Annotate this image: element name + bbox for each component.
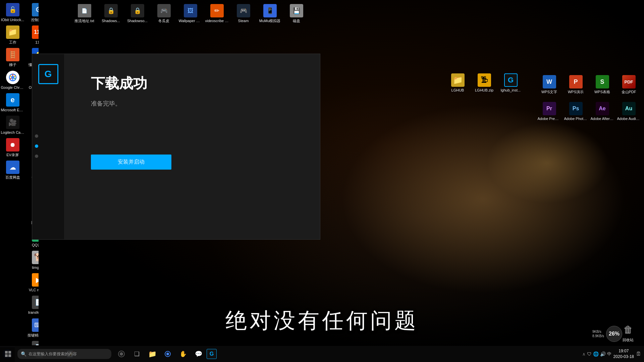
installer-logo: G [35,61,62,87]
installer-steps [32,94,64,158]
systray-network[interactable]: 🌐 [593,351,599,357]
installer-main-content: 下载成功 准备完毕。 安装并启动 [64,54,320,239]
icon-ev-screen[interactable]: ⏺ EV录屏 [0,137,25,159]
icon-adobe-ae[interactable]: Ae Adobe After Effects CC... [590,101,615,122]
taskbar-ghub[interactable]: G [207,349,217,359]
icon-lghub-installer[interactable]: G lghub_inst... [498,72,523,94]
icon-wps-excel[interactable]: S WPS表格 [590,74,615,96]
icon-steam[interactable]: 🎮 Steam [231,3,256,24]
icon-disk[interactable]: 💾 磁盘 [284,3,309,24]
taskbar-search-bar[interactable]: 🔍 在这里输入你要搜索的内容 [17,349,111,359]
icon-wps-word[interactable]: W WPS文字 [537,74,562,96]
icon-tuizhi-txt[interactable]: 📄 推流地址.txt [72,3,97,24]
icon-logitech-capture[interactable]: 🎥 Logitech Capture [0,114,25,136]
installer-dialog: G 下载成功 准备完毕。 安装并启动 [32,54,320,240]
clock-time: 19:07 [619,348,629,354]
icon-donggua[interactable]: 🎮 冬瓜皮 [151,3,176,24]
icon-shadowsocks2[interactable]: 🔒 Shadowso... [125,3,150,24]
icon-google-chrome[interactable]: Google Chrome [0,69,25,91]
icon-adobe-ps[interactable]: Ps Adobe Photosho... [563,101,588,122]
search-icon: 🔍 [21,351,26,357]
step-3 [35,155,61,158]
taskbar-quick-icons: ❑ 📁 ✋ 💬 G [114,347,217,361]
network-speed-indicator: 9KB/s 8.9KB/s [592,329,604,338]
step-dot-3 [35,155,38,158]
step-1 [35,134,61,138]
systray-show-hidden[interactable]: ∧ [582,352,586,357]
systray-icons: ∧ 🛡 🌐 🔊 中 [582,351,611,357]
cpu-usage-badge: 26% [606,326,622,342]
svg-point-7 [120,352,123,356]
icon-control-panel[interactable]: ⚙ 控制面板 [26,2,39,23]
installer-title: 下载成功 [91,74,147,93]
icon-videoscribe[interactable]: ✏ videoscribe 中文汉化版 [204,3,229,24]
systray-volume[interactable]: 🔊 [600,351,606,357]
icon-wps-ppt[interactable]: P WPS演示 [563,74,588,96]
icon-transfer[interactable]: 📄 transfer_lo... [26,294,39,316]
icon-work[interactable]: 📁 工作 [0,24,25,46]
taskbar-cortana[interactable] [114,347,129,361]
icon-shadowsocks1[interactable]: 🔒 Shadows... [98,3,123,24]
logi-g-logo: G [38,64,58,84]
icon-gui-config[interactable]: 📄 gui-config... [26,340,39,345]
icon-wallpaper-engine[interactable]: 🖼 Wallpaper Engine [178,3,203,24]
installer-sidebar: G [32,54,64,239]
icon-iobit-unlocker[interactable]: 🔓 IObit Unlock... [0,2,25,23]
icon-mumu[interactable]: 📱 MuMu模拟器 [257,3,282,24]
icon-ms-edge[interactable]: e Microsoft Edge [0,92,25,114]
clock-date: 2020-03-18 [613,354,634,360]
svg-point-9 [166,353,169,355]
taskbar-task-view[interactable]: ❑ [129,347,144,361]
clock[interactable]: 19:07 2020-03-18 [613,348,634,360]
systray-antivirus[interactable]: 🛡 [587,351,592,357]
icon-adobe-pr[interactable]: Pr Adobe Premiere P... [537,101,562,122]
icon-wps-pdf[interactable]: PDF 金山PDF [616,74,641,96]
taskbar-chrome[interactable] [160,347,175,361]
icon-vlc[interactable]: ▶ VLC m play [26,272,39,294]
icon-adobe-au[interactable]: Au Adobe Audition... [616,101,641,122]
taskbar-file-explorer[interactable]: 📁 [145,347,160,361]
media-player-overlay-icon [0,347,15,362]
systray-ime[interactable]: 中 [607,351,611,357]
taskbar-wechat[interactable]: 💬 [191,347,206,361]
taskbar: 🔍 在这里输入你要搜索的内容 ❑ 📁 ✋ 💬 G ∧ 🛡 � [0,346,644,362]
action-center-button[interactable]: 🗓 [636,351,641,357]
icon-lghub-zip[interactable]: 🗜 LGHUB.zip [472,72,497,94]
icon-115[interactable]: 115 115 [26,24,39,46]
icon-tizi[interactable]: 🪜 梯子 [0,47,25,68]
taskbar-touch[interactable]: ✋ [176,347,191,361]
step-dot-2 [35,144,38,148]
install-button[interactable]: 安装并启动 [91,155,171,170]
svg-point-1 [11,76,14,79]
step-dot-1 [35,134,38,138]
installer-subtitle: 准备完毕。 [91,100,121,108]
icon-timg[interactable]: 🐕 timg.jpg [26,249,39,271]
icon-baidu-disk[interactable]: ☁ 百度网盘 [0,159,25,181]
taskbar-system-tray: ∧ 🛡 🌐 🔊 中 19:07 2020-03-18 🗓 [582,348,644,360]
icon-lghub-folder[interactable]: 📁 LGHUB [445,72,470,94]
step-2 [35,144,61,148]
icon-anjian[interactable]: ⌨ 按键精灵 201 [26,317,39,339]
search-placeholder-text: 在这里输入你要搜索的内容 [29,351,77,357]
